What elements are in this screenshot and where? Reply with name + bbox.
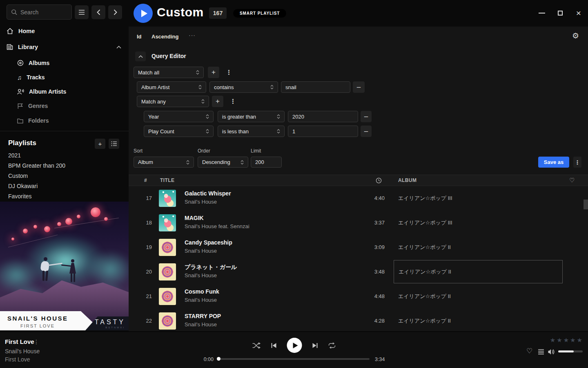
track-row[interactable]: 19 Candy Spaceship Snail's House 3:09 エイ… <box>129 235 588 260</box>
star-icon[interactable]: ★ <box>550 337 555 344</box>
close-button[interactable]: × <box>575 9 582 17</box>
track-album[interactable]: エイリアン☆ポップ III <box>398 186 452 211</box>
play-playlist-button[interactable] <box>134 4 153 23</box>
track-title: Galactic Whisper <box>185 190 231 197</box>
track-album[interactable]: エイリアン☆ポップ II <box>398 284 451 309</box>
rule1-operator-select[interactable]: contains <box>209 81 278 93</box>
column-header-album[interactable]: ALBUM <box>398 175 416 186</box>
limit-input[interactable] <box>251 157 282 168</box>
track-album[interactable]: エイリアン☆ポップ II <box>398 235 451 260</box>
rule3-value-input[interactable] <box>288 126 358 137</box>
menu-button[interactable] <box>75 5 89 19</box>
track-duration: 4:28 <box>350 309 385 331</box>
queue-icon[interactable] <box>538 349 544 355</box>
art-lantern-string <box>54 218 119 228</box>
playlist-item[interactable]: Favorites <box>8 193 32 200</box>
rule2-field-select[interactable]: Year <box>144 111 214 122</box>
star-icon[interactable]: ★ <box>557 337 562 344</box>
playlist-item[interactable]: DJ Okawari <box>8 183 38 190</box>
maximize-button[interactable] <box>557 9 564 17</box>
remove-rule3-button[interactable]: – <box>361 126 372 137</box>
sidebar-item-albums[interactable]: Albums <box>17 59 49 67</box>
volume-slider[interactable] <box>558 350 583 352</box>
track-album[interactable]: エイリアン☆ポップ II <box>398 309 451 331</box>
now-playing-kebab-icon[interactable]: ⋮ <box>33 339 39 345</box>
focused-album-cell[interactable]: エイリアン☆ポップ II <box>394 260 563 283</box>
playlist-item[interactable]: BPM Greater than 200 <box>8 162 65 170</box>
star-icon[interactable]: ★ <box>564 337 569 344</box>
now-playing-album-art[interactable]: SNAIL'S HOUSE FIRST LOVE TASTY BSTNMXI <box>0 202 129 330</box>
play-button[interactable] <box>287 338 302 353</box>
sort-direction-button[interactable]: Ascending <box>151 34 178 40</box>
minimize-button[interactable] <box>538 9 546 17</box>
previous-track-icon[interactable] <box>271 343 277 348</box>
plus-icon: + <box>212 68 216 76</box>
repeat-icon[interactable] <box>328 342 336 349</box>
save-kebab-icon[interactable]: ⋮ <box>573 157 581 168</box>
art-lantern <box>23 229 28 233</box>
playlist-list-button[interactable] <box>109 139 119 149</box>
column-header-title[interactable]: TITLE <box>160 175 174 186</box>
track-row[interactable]: 17 Galactic Whisper Snail's House 4:40 エ… <box>129 186 588 211</box>
rule3-field-select[interactable]: Play Count <box>144 126 214 137</box>
add-playlist-button[interactable]: + <box>95 139 105 149</box>
scrollbar-thumb[interactable] <box>584 200 588 209</box>
remove-rule1-button[interactable]: – <box>353 81 365 93</box>
sidebar-item-genres[interactable]: Genres <box>17 102 48 110</box>
favorite-heart-icon[interactable]: ♡ <box>526 347 532 355</box>
gear-icon[interactable]: ⚙ <box>572 31 579 40</box>
search-box[interactable] <box>7 4 72 20</box>
track-row[interactable]: 18 MAGIK Snail's House feat. Sennzai 3:3… <box>129 211 588 235</box>
sidebar-item-library[interactable]: Library <box>7 43 122 51</box>
track-duration: 3:09 <box>350 235 385 260</box>
sidebar-item-tracks[interactable]: ♫ Tracks <box>17 73 45 81</box>
nav-forward-button[interactable] <box>108 5 122 19</box>
sidebar-item-folders[interactable]: Folders <box>17 117 49 125</box>
remove-rule2-button[interactable]: – <box>361 111 372 122</box>
more-options-button[interactable]: ··· <box>189 32 196 38</box>
sidebar-item-album-artists[interactable]: Album Artists <box>17 88 66 96</box>
star-icon[interactable]: ★ <box>570 337 575 344</box>
seek-handle[interactable] <box>217 357 220 361</box>
add-rule-button-group2[interactable]: + <box>212 96 223 107</box>
chevron-left-icon <box>97 9 100 15</box>
save-as-button[interactable]: Save as <box>538 157 569 168</box>
search-input[interactable] <box>20 9 65 16</box>
nav-back-button[interactable] <box>91 5 105 19</box>
match-select-group1[interactable]: Match all <box>134 67 204 78</box>
sort-field-button[interactable]: Id <box>137 34 142 40</box>
volume-icon[interactable] <box>548 349 555 355</box>
order-select[interactable]: Descending <box>198 157 248 168</box>
track-album[interactable]: エイリアン☆ポップ III <box>398 211 452 235</box>
add-rule-button-group1[interactable]: + <box>208 67 219 78</box>
sort-select[interactable]: Album <box>134 157 194 168</box>
next-track-icon[interactable] <box>312 343 318 348</box>
column-header-index[interactable]: # <box>144 175 147 186</box>
rule2-operator-select[interactable]: is greater than <box>218 111 285 122</box>
now-playing-artist[interactable]: Snail's House <box>5 348 40 355</box>
rule3-operator-select[interactable]: is less than <box>218 126 285 137</box>
select-value: Year <box>148 114 159 120</box>
star-icon[interactable]: ★ <box>577 337 582 344</box>
group2-kebab-icon[interactable]: ⋮ <box>230 98 236 105</box>
query-editor-collapse-button[interactable] <box>135 52 146 61</box>
group1-kebab-icon[interactable]: ⋮ <box>226 69 232 76</box>
shuffle-icon[interactable] <box>252 342 261 349</box>
heart-icon[interactable]: ♡ <box>569 175 575 186</box>
sidebar-item-home[interactable]: Home <box>7 27 35 35</box>
playlist-item[interactable]: 2021 <box>8 152 21 159</box>
match-select-group2[interactable]: Match any <box>137 96 209 107</box>
rule1-field-select[interactable]: Album Artist <box>137 81 206 93</box>
seek-bar[interactable] <box>218 358 370 360</box>
track-row[interactable]: 20 プラネット・ガール Snail's House 3:48 エイリアン☆ポッ… <box>129 260 588 284</box>
art-album-name: FIRST LOVE <box>20 323 55 328</box>
maximize-icon <box>558 11 563 16</box>
playlist-item[interactable]: Custom <box>8 173 28 180</box>
play-icon <box>293 343 298 348</box>
track-row[interactable]: 21 Cosmo Funk Snail's House 4:48 エイリアン☆ポ… <box>129 284 588 309</box>
now-playing-album[interactable]: First Love <box>5 356 30 363</box>
chevron-up-icon[interactable] <box>116 46 121 49</box>
rule2-value-input[interactable] <box>288 111 358 122</box>
track-row[interactable]: 22 STARRY POP Snail's House 4:28 エイリアン☆ポ… <box>129 309 588 331</box>
rule1-value-input[interactable] <box>281 81 350 93</box>
